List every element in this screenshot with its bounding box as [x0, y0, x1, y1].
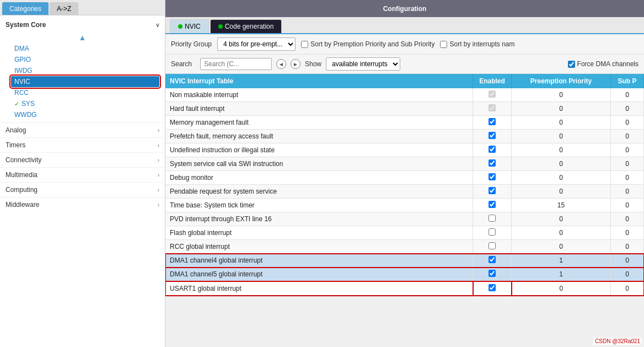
interrupt-enabled[interactable]: [473, 88, 512, 102]
scroll-up-indicator[interactable]: ▲: [0, 32, 165, 43]
sidebar-section-middleware[interactable]: Middleware ›: [0, 197, 165, 212]
sort-premption-label: Sort by Premption Priority and Sub Prior…: [310, 40, 434, 48]
sidebar-section-multimedia[interactable]: Multimedia ›: [0, 167, 165, 182]
sidebar-item-gpio[interactable]: GPIO: [11, 54, 159, 65]
sidebar-section-header-system-core[interactable]: System Core ∨: [0, 18, 165, 32]
search-input[interactable]: [200, 58, 272, 70]
preemption-priority: 1: [512, 254, 611, 268]
interrupt-name: DMA1 channel5 global interrupt: [165, 268, 473, 282]
sidebar-section-system-core: System Core ∨ ▲ DMA GPIO IWDG NVIC RCC: [0, 18, 165, 122]
enabled-checkbox[interactable]: [489, 132, 496, 139]
sidebar-content: System Core ∨ ▲ DMA GPIO IWDG NVIC RCC: [0, 15, 165, 347]
preemption-priority: 0: [512, 240, 611, 254]
enabled-checkbox[interactable]: [489, 173, 496, 180]
enabled-checkbox[interactable]: [489, 159, 496, 167]
rcc-label: RCC: [14, 89, 29, 97]
enabled-checkbox[interactable]: [489, 104, 496, 111]
enabled-checkbox[interactable]: [489, 215, 496, 222]
sub-priority: 0: [611, 185, 644, 199]
preemption-priority: 0: [512, 226, 611, 240]
sub-priority: 0: [611, 171, 644, 185]
search-prev-button[interactable]: ◄: [276, 59, 286, 69]
sidebar-section-timers[interactable]: Timers ›: [0, 137, 165, 152]
sidebar-section-connectivity[interactable]: Connectivity ›: [0, 152, 165, 167]
interrupt-enabled[interactable]: [473, 143, 512, 157]
interrupt-enabled[interactable]: [473, 102, 512, 116]
preemption-priority: 0: [512, 88, 611, 102]
tab-nvic[interactable]: NVIC: [170, 19, 209, 33]
sys-label: SYS: [22, 100, 35, 108]
sidebar-item-nvic[interactable]: NVIC: [11, 76, 159, 87]
tab-code-generation[interactable]: Code generation: [210, 19, 282, 33]
sub-priority: 0: [611, 212, 644, 226]
interrupt-enabled[interactable]: [473, 268, 512, 282]
interrupt-enabled[interactable]: [473, 130, 512, 143]
enabled-checkbox[interactable]: [489, 242, 496, 249]
enabled-checkbox[interactable]: [489, 270, 496, 277]
interrupt-enabled[interactable]: [473, 254, 512, 268]
nvic-dot: [178, 24, 183, 29]
sidebar-section-analog[interactable]: Analog ›: [0, 122, 165, 137]
force-dma-label: Force DMA channels: [577, 60, 638, 68]
interrupt-enabled[interactable]: [473, 157, 512, 171]
table-row: Debug monitor00: [165, 171, 644, 185]
preemption-priority: 0: [512, 102, 611, 116]
sidebar-item-iwdg[interactable]: IWDG: [11, 65, 159, 76]
sub-priority: 0: [611, 281, 644, 296]
interrupt-enabled[interactable]: [473, 226, 512, 240]
interrupt-enabled[interactable]: [473, 116, 512, 130]
interrupt-enabled[interactable]: [473, 212, 512, 226]
interrupt-enabled[interactable]: [473, 199, 512, 212]
sort-premption-checkbox[interactable]: [301, 41, 308, 48]
sidebar-item-wwdg[interactable]: WWDG: [11, 109, 159, 120]
sub-priority: 0: [611, 130, 644, 143]
sidebar-item-rcc[interactable]: RCC: [11, 87, 159, 98]
sub-priority: 0: [611, 254, 644, 268]
search-label: Search: [171, 60, 196, 68]
interrupt-name: Hard fault interrupt: [165, 102, 473, 116]
controls-bar: Priority Group 4 bits for pre-empt... So…: [165, 34, 644, 55]
sidebar-item-sys[interactable]: ✓ SYS: [11, 98, 159, 109]
interrupt-enabled[interactable]: [473, 240, 512, 254]
col-header-name: NVIC Interrupt Table: [165, 74, 473, 88]
preemption-priority: 0: [512, 157, 611, 171]
interrupt-enabled[interactable]: [473, 171, 512, 185]
tab-az[interactable]: A->Z: [50, 2, 78, 15]
interrupt-enabled[interactable]: [473, 185, 512, 199]
show-select[interactable]: available interrupts: [326, 57, 400, 71]
search-next-button[interactable]: ►: [291, 59, 300, 69]
tab-categories[interactable]: Categories: [2, 2, 49, 15]
enabled-checkbox[interactable]: [489, 146, 496, 153]
table-row: Time base: System tick timer150: [165, 199, 644, 212]
enabled-checkbox[interactable]: [489, 228, 496, 236]
sort-interrupts-checkbox[interactable]: [440, 41, 447, 48]
enabled-checkbox[interactable]: [489, 187, 496, 194]
enabled-checkbox[interactable]: [489, 118, 496, 125]
enabled-checkbox[interactable]: [489, 256, 496, 263]
interrupt-name: USART1 global interrupt: [165, 281, 473, 296]
interrupt-name: Undefined instruction or illegal state: [165, 143, 473, 157]
enabled-checkbox[interactable]: [489, 284, 496, 291]
enabled-checkbox[interactable]: [489, 90, 496, 98]
sidebar-item-dma[interactable]: DMA: [11, 43, 159, 54]
main-panel: Configuration NVIC Code generation Prior…: [165, 0, 644, 347]
sidebar: Categories A->Z System Core ∨ ▲ DMA GPIO…: [0, 0, 165, 347]
interrupt-name: PVD interrupt through EXTI line 16: [165, 212, 473, 226]
table-row: DMA1 channel4 global interrupt10: [165, 254, 644, 268]
priority-group-select[interactable]: 4 bits for pre-empt...: [217, 38, 296, 51]
sub-priority: 0: [611, 240, 644, 254]
sidebar-tab-bar: Categories A->Z: [0, 0, 165, 15]
connectivity-label: Connectivity: [6, 156, 41, 164]
chevron-right-icon2: ›: [158, 142, 159, 148]
interrupt-enabled[interactable]: [473, 281, 512, 296]
chevron-right-icon5: ›: [158, 187, 159, 193]
sidebar-section-label: System Core: [6, 21, 46, 29]
preemption-priority: 0: [512, 185, 611, 199]
table-row: System service call via SWI instruction0…: [165, 157, 644, 171]
preemption-priority: 0: [512, 212, 611, 226]
dma-label: DMA: [14, 45, 29, 52]
enabled-checkbox[interactable]: [489, 201, 496, 208]
force-dma-checkbox[interactable]: [568, 61, 575, 68]
interrupt-name: System service call via SWI instruction: [165, 157, 473, 171]
sidebar-section-computing[interactable]: Computing ›: [0, 182, 165, 197]
